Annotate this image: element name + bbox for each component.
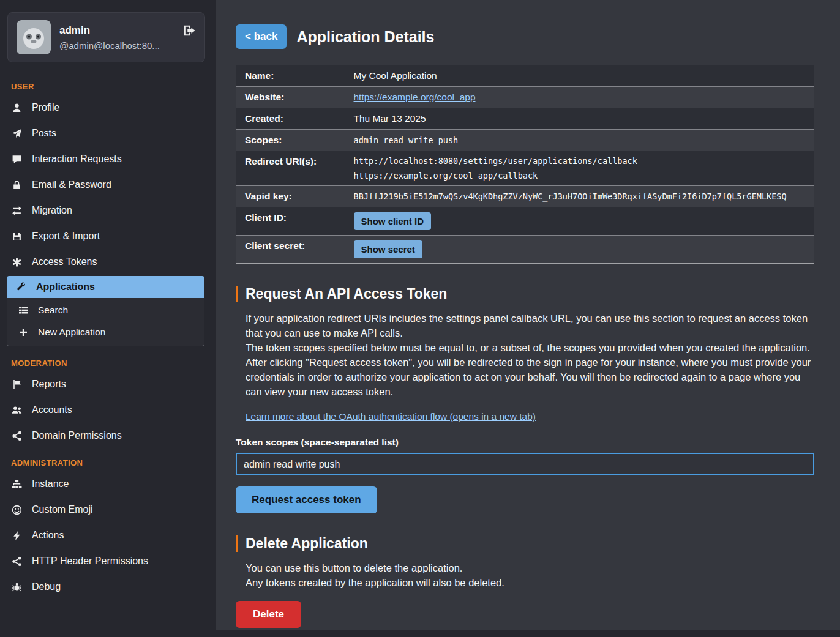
floppy-disk-icon <box>11 231 23 242</box>
redirect-uri-1: http://localhost:8080/settings/user/appl… <box>354 156 809 166</box>
table-row-client-secret: Client secret: Show secret <box>236 236 814 264</box>
section-label-administration: ADMINISTRATION <box>0 449 211 471</box>
sidebar-item-instance[interactable]: Instance <box>0 471 211 497</box>
table-row-scopes: Scopes: admin read write push <box>236 130 814 151</box>
table-row-vapid-key: Vapid key: BBJffJ219b5iE512m7wQSzv4KgKDh… <box>236 186 814 207</box>
row-label: Vapid key: <box>236 186 354 207</box>
sidebar-item-label: Export & Import <box>32 231 100 242</box>
delete-paragraph-2: Any tokens created by the application wi… <box>246 575 814 590</box>
sidebar-item-applications-search[interactable]: Search <box>7 299 204 321</box>
users-icon <box>11 405 23 415</box>
section-label-moderation: MODERATION <box>0 349 211 371</box>
delete-application-section: Delete Application You can use this butt… <box>236 535 814 628</box>
share-nodes-icon <box>11 431 23 441</box>
sidebar-item-label: Profile <box>32 102 59 113</box>
request-token-paragraph-1: If your application redirect URIs includ… <box>246 311 814 340</box>
delete-application-body: You can use this button to delete the ap… <box>236 561 814 590</box>
row-label: Website: <box>236 87 354 108</box>
sitemap-icon <box>11 479 23 490</box>
row-value: BBJffJ219b5iE512m7wQSzv4KgKDhgZZVzNyWC_r… <box>354 186 814 207</box>
request-token-section: Request An API Access Token If your appl… <box>236 286 814 513</box>
sidebar-item-new-application[interactable]: New Application <box>7 321 204 343</box>
sidebar-item-http-header-permissions[interactable]: HTTP Header Permissions <box>0 548 211 574</box>
page-title: Application Details <box>296 28 434 46</box>
row-value: Thu Mar 13 2025 <box>354 108 814 130</box>
row-label: Created: <box>236 108 354 130</box>
user-handle: @admin@localhost:80... <box>59 40 160 51</box>
show-client-id-button[interactable]: Show client ID <box>354 212 432 230</box>
sidebar-item-label: Domain Permissions <box>32 430 122 441</box>
sidebar-item-label: Search <box>38 305 68 316</box>
sidebar-item-label: Posts <box>32 128 56 139</box>
oauth-docs-link[interactable]: Learn more about the OAuth authenticatio… <box>246 411 536 422</box>
bolt-icon <box>11 531 23 541</box>
sidebar-item-label: Email & Password <box>32 179 111 190</box>
request-token-body: If your application redirect URIs includ… <box>236 311 814 422</box>
sidebar-item-email-password[interactable]: Email & Password <box>0 172 211 198</box>
request-access-token-button[interactable]: Request access token <box>236 486 377 513</box>
row-label: Client secret: <box>236 236 354 264</box>
sidebar-item-label: Access Tokens <box>32 256 97 267</box>
share-nodes-icon <box>11 556 23 567</box>
flag-icon <box>11 379 23 390</box>
sidebar-item-label: Reports <box>32 379 66 390</box>
sidebar-item-label: Debug <box>32 581 61 592</box>
delete-button[interactable]: Delete <box>236 601 301 628</box>
main-panel: < back Application Details Name: My Cool… <box>216 0 840 630</box>
asterisk-icon <box>11 257 23 267</box>
delete-application-title: Delete Application <box>236 535 814 552</box>
back-button[interactable]: < back <box>236 24 287 49</box>
sidebar-item-debug[interactable]: Debug <box>0 574 211 600</box>
request-token-paragraph-3: After clicking "Request access token", y… <box>246 355 814 399</box>
sidebar-item-interaction-requests[interactable]: Interaction Requests <box>0 146 211 172</box>
wrench-icon <box>15 282 27 292</box>
comment-icon <box>11 154 23 165</box>
sidebar-item-accounts[interactable]: Accounts <box>0 397 211 423</box>
row-value: My Cool Application <box>354 65 814 87</box>
smiley-icon <box>11 505 23 515</box>
sidebar-item-applications[interactable]: Applications <box>7 276 204 298</box>
avatar <box>17 20 51 54</box>
row-label: Redirect URI(s): <box>236 151 354 186</box>
user-card: admin @admin@localhost:80... <box>7 12 205 62</box>
profile-icon <box>11 103 23 113</box>
row-value: Show secret <box>354 236 814 264</box>
row-value: http://localhost:8080/settings/user/appl… <box>354 151 814 186</box>
sidebar-item-export-import[interactable]: Export & Import <box>0 223 211 249</box>
table-row-created: Created: Thu Mar 13 2025 <box>236 108 814 130</box>
sidebar-item-actions[interactable]: Actions <box>0 523 211 548</box>
show-secret-button[interactable]: Show secret <box>354 240 422 258</box>
row-value: https://example.org/cool_app <box>354 87 814 108</box>
sidebar-item-label: New Application <box>38 327 105 338</box>
plus-icon <box>17 327 29 337</box>
user-meta: admin @admin@localhost:80... <box>59 24 160 51</box>
sidebar-item-reports[interactable]: Reports <box>0 371 211 397</box>
sidebar-item-label: HTTP Header Permissions <box>32 556 148 567</box>
row-label: Client ID: <box>236 207 354 236</box>
sidebar-item-access-tokens[interactable]: Access Tokens <box>0 249 211 275</box>
website-link[interactable]: https://example.org/cool_app <box>354 92 476 102</box>
row-value: Show client ID <box>354 207 814 236</box>
sidebar-item-domain-permissions[interactable]: Domain Permissions <box>0 423 211 449</box>
table-row-redirect-uris: Redirect URI(s): http://localhost:8080/s… <box>236 151 814 186</box>
request-token-title: Request An API Access Token <box>236 286 814 302</box>
sidebar-item-custom-emoji[interactable]: Custom Emoji <box>0 497 211 523</box>
sidebar-item-label: Migration <box>32 205 72 216</box>
sidebar-item-profile[interactable]: Profile <box>0 95 211 121</box>
sidebar-item-label: Custom Emoji <box>32 504 93 515</box>
applications-nav-group: Applications Search New Application <box>7 276 204 346</box>
exchange-arrows-icon <box>11 206 23 216</box>
paper-plane-icon <box>11 129 23 139</box>
logout-icon[interactable] <box>182 24 196 37</box>
list-icon <box>17 305 29 315</box>
app-window: admin @admin@localhost:80... USER Profil… <box>0 0 840 630</box>
token-scopes-input[interactable] <box>236 453 814 475</box>
page-header: < back Application Details <box>236 24 814 49</box>
row-value: admin read write push <box>354 130 814 151</box>
row-label: Name: <box>236 65 354 87</box>
sidebar-item-posts[interactable]: Posts <box>0 121 211 146</box>
sidebar-item-label: Accounts <box>32 404 72 415</box>
table-row-name: Name: My Cool Application <box>236 65 814 87</box>
sidebar-item-label: Interaction Requests <box>32 154 122 165</box>
sidebar-item-migration[interactable]: Migration <box>0 198 211 223</box>
